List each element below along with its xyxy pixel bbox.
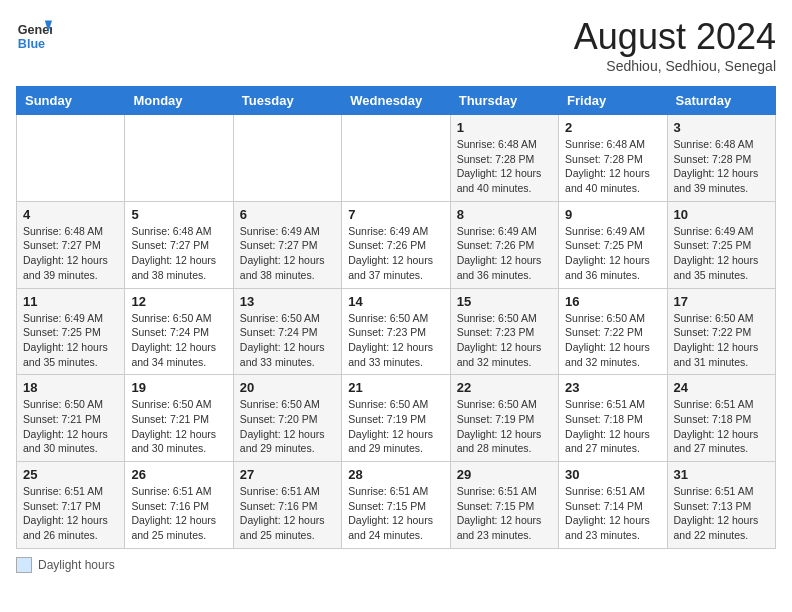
header-cell-monday: Monday xyxy=(125,87,233,115)
calendar-cell: 28Sunrise: 6:51 AM Sunset: 7:15 PM Dayli… xyxy=(342,462,450,549)
footer: Daylight hours xyxy=(16,557,776,573)
day-info: Sunrise: 6:50 AM Sunset: 7:20 PM Dayligh… xyxy=(240,397,335,456)
header-row: SundayMondayTuesdayWednesdayThursdayFrid… xyxy=(17,87,776,115)
calendar-cell xyxy=(342,115,450,202)
day-number: 6 xyxy=(240,207,335,222)
day-number: 11 xyxy=(23,294,118,309)
day-info: Sunrise: 6:50 AM Sunset: 7:21 PM Dayligh… xyxy=(131,397,226,456)
calendar-cell: 14Sunrise: 6:50 AM Sunset: 7:23 PM Dayli… xyxy=(342,288,450,375)
calendar-cell: 17Sunrise: 6:50 AM Sunset: 7:22 PM Dayli… xyxy=(667,288,775,375)
location-subtitle: Sedhiou, Sedhiou, Senegal xyxy=(574,58,776,74)
day-info: Sunrise: 6:50 AM Sunset: 7:24 PM Dayligh… xyxy=(240,311,335,370)
day-number: 24 xyxy=(674,380,769,395)
calendar-week-2: 4Sunrise: 6:48 AM Sunset: 7:27 PM Daylig… xyxy=(17,201,776,288)
logo-icon: General Blue xyxy=(16,16,52,52)
day-number: 10 xyxy=(674,207,769,222)
day-number: 28 xyxy=(348,467,443,482)
day-info: Sunrise: 6:51 AM Sunset: 7:18 PM Dayligh… xyxy=(674,397,769,456)
calendar-week-4: 18Sunrise: 6:50 AM Sunset: 7:21 PM Dayli… xyxy=(17,375,776,462)
calendar-cell: 2Sunrise: 6:48 AM Sunset: 7:28 PM Daylig… xyxy=(559,115,667,202)
calendar-cell: 4Sunrise: 6:48 AM Sunset: 7:27 PM Daylig… xyxy=(17,201,125,288)
day-number: 31 xyxy=(674,467,769,482)
day-info: Sunrise: 6:51 AM Sunset: 7:17 PM Dayligh… xyxy=(23,484,118,543)
calendar-cell: 27Sunrise: 6:51 AM Sunset: 7:16 PM Dayli… xyxy=(233,462,341,549)
calendar-cell: 24Sunrise: 6:51 AM Sunset: 7:18 PM Dayli… xyxy=(667,375,775,462)
day-number: 14 xyxy=(348,294,443,309)
day-info: Sunrise: 6:51 AM Sunset: 7:15 PM Dayligh… xyxy=(348,484,443,543)
calendar-cell: 1Sunrise: 6:48 AM Sunset: 7:28 PM Daylig… xyxy=(450,115,558,202)
day-number: 18 xyxy=(23,380,118,395)
svg-text:Blue: Blue xyxy=(18,37,45,51)
header-cell-saturday: Saturday xyxy=(667,87,775,115)
day-info: Sunrise: 6:50 AM Sunset: 7:22 PM Dayligh… xyxy=(565,311,660,370)
day-number: 13 xyxy=(240,294,335,309)
calendar-cell: 31Sunrise: 6:51 AM Sunset: 7:13 PM Dayli… xyxy=(667,462,775,549)
calendar-cell: 15Sunrise: 6:50 AM Sunset: 7:23 PM Dayli… xyxy=(450,288,558,375)
day-info: Sunrise: 6:50 AM Sunset: 7:24 PM Dayligh… xyxy=(131,311,226,370)
day-info: Sunrise: 6:49 AM Sunset: 7:27 PM Dayligh… xyxy=(240,224,335,283)
day-info: Sunrise: 6:48 AM Sunset: 7:27 PM Dayligh… xyxy=(131,224,226,283)
day-number: 23 xyxy=(565,380,660,395)
calendar-cell: 22Sunrise: 6:50 AM Sunset: 7:19 PM Dayli… xyxy=(450,375,558,462)
title-area: August 2024 Sedhiou, Sedhiou, Senegal xyxy=(574,16,776,74)
day-info: Sunrise: 6:51 AM Sunset: 7:13 PM Dayligh… xyxy=(674,484,769,543)
day-number: 4 xyxy=(23,207,118,222)
day-number: 29 xyxy=(457,467,552,482)
day-number: 19 xyxy=(131,380,226,395)
header-cell-tuesday: Tuesday xyxy=(233,87,341,115)
calendar-cell: 12Sunrise: 6:50 AM Sunset: 7:24 PM Dayli… xyxy=(125,288,233,375)
calendar-week-3: 11Sunrise: 6:49 AM Sunset: 7:25 PM Dayli… xyxy=(17,288,776,375)
calendar-cell: 8Sunrise: 6:49 AM Sunset: 7:26 PM Daylig… xyxy=(450,201,558,288)
day-number: 26 xyxy=(131,467,226,482)
header-cell-thursday: Thursday xyxy=(450,87,558,115)
day-info: Sunrise: 6:51 AM Sunset: 7:18 PM Dayligh… xyxy=(565,397,660,456)
calendar-cell: 26Sunrise: 6:51 AM Sunset: 7:16 PM Dayli… xyxy=(125,462,233,549)
header-cell-friday: Friday xyxy=(559,87,667,115)
calendar-cell: 19Sunrise: 6:50 AM Sunset: 7:21 PM Dayli… xyxy=(125,375,233,462)
day-info: Sunrise: 6:49 AM Sunset: 7:26 PM Dayligh… xyxy=(457,224,552,283)
day-number: 1 xyxy=(457,120,552,135)
calendar-header: SundayMondayTuesdayWednesdayThursdayFrid… xyxy=(17,87,776,115)
day-number: 2 xyxy=(565,120,660,135)
calendar-cell: 3Sunrise: 6:48 AM Sunset: 7:28 PM Daylig… xyxy=(667,115,775,202)
month-title: August 2024 xyxy=(574,16,776,58)
daylight-legend-label: Daylight hours xyxy=(38,558,115,572)
calendar-cell: 20Sunrise: 6:50 AM Sunset: 7:20 PM Dayli… xyxy=(233,375,341,462)
logo: General Blue xyxy=(16,16,56,52)
header-cell-sunday: Sunday xyxy=(17,87,125,115)
day-number: 21 xyxy=(348,380,443,395)
day-number: 27 xyxy=(240,467,335,482)
day-info: Sunrise: 6:48 AM Sunset: 7:27 PM Dayligh… xyxy=(23,224,118,283)
day-number: 15 xyxy=(457,294,552,309)
day-number: 9 xyxy=(565,207,660,222)
day-info: Sunrise: 6:51 AM Sunset: 7:16 PM Dayligh… xyxy=(131,484,226,543)
calendar-cell xyxy=(125,115,233,202)
calendar-cell: 6Sunrise: 6:49 AM Sunset: 7:27 PM Daylig… xyxy=(233,201,341,288)
day-number: 12 xyxy=(131,294,226,309)
calendar-table: SundayMondayTuesdayWednesdayThursdayFrid… xyxy=(16,86,776,549)
calendar-cell: 16Sunrise: 6:50 AM Sunset: 7:22 PM Dayli… xyxy=(559,288,667,375)
day-info: Sunrise: 6:50 AM Sunset: 7:21 PM Dayligh… xyxy=(23,397,118,456)
day-info: Sunrise: 6:49 AM Sunset: 7:26 PM Dayligh… xyxy=(348,224,443,283)
calendar-cell: 25Sunrise: 6:51 AM Sunset: 7:17 PM Dayli… xyxy=(17,462,125,549)
day-number: 22 xyxy=(457,380,552,395)
calendar-cell: 7Sunrise: 6:49 AM Sunset: 7:26 PM Daylig… xyxy=(342,201,450,288)
calendar-cell: 10Sunrise: 6:49 AM Sunset: 7:25 PM Dayli… xyxy=(667,201,775,288)
calendar-cell: 21Sunrise: 6:50 AM Sunset: 7:19 PM Dayli… xyxy=(342,375,450,462)
day-number: 20 xyxy=(240,380,335,395)
day-info: Sunrise: 6:51 AM Sunset: 7:16 PM Dayligh… xyxy=(240,484,335,543)
header-cell-wednesday: Wednesday xyxy=(342,87,450,115)
calendar-cell: 13Sunrise: 6:50 AM Sunset: 7:24 PM Dayli… xyxy=(233,288,341,375)
day-info: Sunrise: 6:50 AM Sunset: 7:23 PM Dayligh… xyxy=(457,311,552,370)
calendar-week-5: 25Sunrise: 6:51 AM Sunset: 7:17 PM Dayli… xyxy=(17,462,776,549)
day-number: 5 xyxy=(131,207,226,222)
day-info: Sunrise: 6:50 AM Sunset: 7:23 PM Dayligh… xyxy=(348,311,443,370)
day-info: Sunrise: 6:49 AM Sunset: 7:25 PM Dayligh… xyxy=(674,224,769,283)
day-info: Sunrise: 6:48 AM Sunset: 7:28 PM Dayligh… xyxy=(565,137,660,196)
calendar-cell: 18Sunrise: 6:50 AM Sunset: 7:21 PM Dayli… xyxy=(17,375,125,462)
calendar-week-1: 1Sunrise: 6:48 AM Sunset: 7:28 PM Daylig… xyxy=(17,115,776,202)
day-number: 17 xyxy=(674,294,769,309)
calendar-cell xyxy=(233,115,341,202)
calendar-cell: 23Sunrise: 6:51 AM Sunset: 7:18 PM Dayli… xyxy=(559,375,667,462)
day-info: Sunrise: 6:48 AM Sunset: 7:28 PM Dayligh… xyxy=(674,137,769,196)
